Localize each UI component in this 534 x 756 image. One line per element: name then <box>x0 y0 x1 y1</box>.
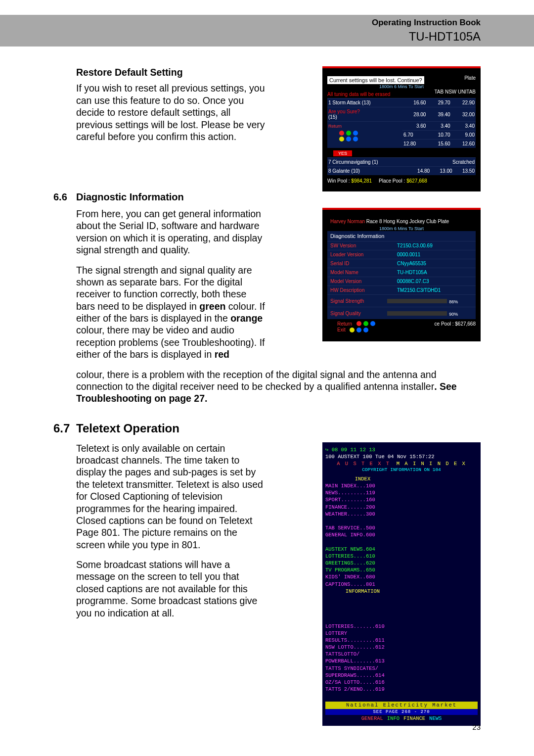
return-exit: Return ce Pool : $627,668 Exit <box>337 321 476 333</box>
section-6-6-p2-part: The signal strength and signal quality a… <box>76 264 266 361</box>
col-heads: TAB NSW UNITAB <box>434 89 476 94</box>
restore-body: If you wish to reset all previous settin… <box>76 82 266 142</box>
diagnostic-screenshot: Harvey Norman Race 8 Hong Kong Jockey Cl… <box>322 208 481 341</box>
section-6-6-p2-rest: colour, there is a problem with the rece… <box>76 369 481 405</box>
header-bar: Operating Instruction Book TU-HDT105A <box>0 15 534 47</box>
return-label: Return <box>328 124 342 129</box>
teletext-tabs: ↪ 08 09 11 12 13 <box>325 446 478 453</box>
plate-text: Plate <box>464 75 476 81</box>
teletext-copyright: COPYRIGHT INFORMATION ON 104 <box>325 467 478 473</box>
teletext-left-column: MAIN INDEX...100NEWS.........119SPORT...… <box>325 482 400 588</box>
teletext-banner: National Electricity Market <box>325 702 478 709</box>
teletext-info-head: INFORMATION <box>325 588 400 595</box>
section-6-7-p2: Some broadcast stations will have a mess… <box>76 559 266 619</box>
race-sub: 1800m 6 Mins To Start <box>327 226 476 231</box>
pool-line: Win Pool : $984,281 Place Pool : $627,66… <box>327 178 476 184</box>
model-number: TU-HDT105A <box>409 30 481 44</box>
section-6-6-p1: From here, you can get general informati… <box>76 208 266 256</box>
page-number: 23 <box>472 723 481 731</box>
nav-dots <box>338 131 401 142</box>
are-you-sure: Are you Sure? <box>328 109 401 114</box>
teletext-see-page: SEE PAGE 268 - 270 <box>325 709 478 715</box>
section-6-7-heading: 6.7Teletext Operation <box>53 422 481 435</box>
signal-quality-row: Signal Quality90% <box>327 307 476 319</box>
teletext-line1: 100 AUSTEXT 100 Tue 04 Nov 15:57:22 <box>325 453 478 460</box>
signal-strength-row: Signal Strength86% <box>327 294 476 307</box>
diagnostic-title: Diagnostic Information <box>327 231 476 241</box>
race-row: 7 Circumnavigating (1) <box>327 158 408 167</box>
restore-title: Restore Default Setting <box>76 66 266 78</box>
teletext-title1: A U S T E X T <box>337 461 390 467</box>
teletext-index-head: INDEX <box>325 475 400 482</box>
dialog-line1: Current settings will be lost. Continue? <box>327 76 424 84</box>
restore-screenshot: Current settings will be lost. Continue?… <box>322 66 481 191</box>
teletext-footer: GENERALINFOFINANCENEWS <box>325 715 478 722</box>
section-6-7-p1: Teletext is only available on certain br… <box>76 442 266 551</box>
teletext-right-column: LOTTERIES.......610LOTTERYRESULTS.......… <box>325 595 400 700</box>
diagnostic-table: SW VersionT2150.C3.00.69 Loader Version0… <box>327 241 476 294</box>
race-row: 1 Storm Attack (13) <box>327 98 402 107</box>
book-title: Operating Instruction Book <box>372 18 481 28</box>
race-row: 8 Galante (10) <box>327 167 408 176</box>
erase-line: All tuning data will be erased <box>327 92 390 97</box>
race-table: 1 Storm Attack (13)16.6029.7022.90 Are y… <box>327 98 476 148</box>
teletext-screenshot: ↪ 08 09 11 12 13 100 AUSTEXT 100 Tue 04 … <box>322 442 481 726</box>
sub-line: 1800m 6 Mins To Start <box>327 84 476 89</box>
race-header: Harvey Norman Race 8 Hong Kong Jockey Cl… <box>327 217 476 226</box>
teletext-title2: M A I N I N D E X <box>397 461 466 467</box>
yes-button[interactable]: YES <box>333 150 352 156</box>
section-6-6-heading: 6.6Diagnostic Information <box>53 191 481 203</box>
scratched: Scratched <box>408 158 476 167</box>
